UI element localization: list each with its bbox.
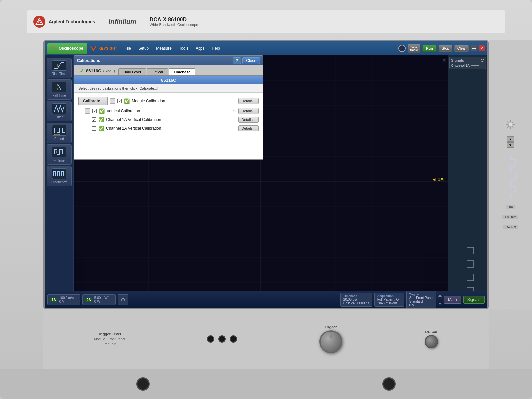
calibrate-row: Calibrate... <box>78 97 108 105</box>
model-subtitle: Wide-Bandwidth Oscilloscope <box>150 23 198 27</box>
ch1a-checkbox[interactable] <box>92 117 96 122</box>
module-details-button[interactable]: Details... <box>238 98 259 104</box>
module-status-icon: ✓ <box>80 68 84 74</box>
dialog-titlebar: Calibrations ? Close <box>74 56 263 65</box>
period-label: Period <box>54 137 64 141</box>
channel-line-indicator <box>471 65 479 66</box>
brightness-icon <box>505 120 515 131</box>
connector-port-3 <box>230 335 237 343</box>
brand-logo: Agilent Technologies <box>33 16 95 28</box>
vertical-details-button[interactable]: Details... <box>238 108 259 114</box>
stop-button[interactable]: Stop <box>439 45 452 52</box>
menu-right-controls: AutoScale Run Stop Clear — ✕ <box>398 44 485 53</box>
vertical-checkbox[interactable] <box>92 109 97 113</box>
dialog-title-buttons: ? Close <box>233 57 260 64</box>
run-button[interactable]: Run <box>422 45 437 52</box>
up-arrow-button[interactable]: ▲ <box>507 136 514 142</box>
auto-scale-button[interactable]: AutoScale <box>408 44 420 53</box>
model-number: DCA-X 86100D <box>150 17 198 23</box>
sidebar-item-jitter[interactable]: Jitter <box>47 101 72 121</box>
connector-port-2 <box>218 335 226 343</box>
side-waveform-svg <box>500 153 520 200</box>
dialog-close-button[interactable]: Close <box>242 57 260 64</box>
connector-ports <box>207 335 237 343</box>
ch2a-checkbox[interactable] <box>92 126 96 131</box>
free-run-label: Free Run <box>103 342 117 346</box>
jitter-icon <box>52 103 66 114</box>
tab-dark-level[interactable]: Dark Level <box>118 68 146 75</box>
clear-button[interactable]: Clear <box>454 45 469 52</box>
signals-title: Signals <box>451 58 464 62</box>
sidebar-item-period[interactable]: Period <box>47 123 72 143</box>
dc-cal-control: DC Cal <box>425 330 438 348</box>
module-checkbox[interactable] <box>117 99 122 103</box>
screen-area: 〜 Oscilloscope KEYSIGHT File Setup Measu… <box>43 40 489 309</box>
frequency-icon <box>52 168 66 179</box>
svg-line-38 <box>512 122 513 123</box>
ch1a-status-check: ✅ <box>98 117 104 122</box>
cal-row-ch2a: ✅ Channel 2A Vertical Calibration Detail… <box>92 124 259 133</box>
connector-port-1 <box>207 335 214 343</box>
dc-cal-label: DC Cal <box>425 330 437 334</box>
tab-timebase[interactable]: Timebase <box>169 68 196 75</box>
dialog-instruction: Select desired calibrations then click [… <box>74 84 263 93</box>
rise-time-icon <box>52 60 66 71</box>
oscilloscope-tab[interactable]: 〜 Oscilloscope <box>47 43 87 54</box>
menu-tools[interactable]: Tools <box>176 45 192 52</box>
ch2a-details-button[interactable]: Details... <box>238 125 259 131</box>
expand-icon[interactable] <box>480 58 484 62</box>
hw-readout-1: 50Ω <box>506 205 515 209</box>
ch1a-mv: 100.0 mV/ <box>59 296 74 300</box>
dialog-content: 86116C Select desired calibrations then … <box>74 76 263 159</box>
svg-point-31 <box>508 123 512 127</box>
right-hw-panel: ▲ ▼ 50Ω 1.85 mm 0.57 Nm <box>489 40 532 309</box>
trigger-knob[interactable] <box>319 330 342 353</box>
top-header: Agilent Technologies infiniium DCA-X 861… <box>27 10 505 33</box>
menu-measure[interactable]: Measure <box>153 45 175 52</box>
menu-help[interactable]: Help <box>208 45 223 52</box>
tab-optical[interactable]: Optical <box>147 68 168 75</box>
menu-file[interactable]: File <box>121 45 134 52</box>
dialog-help-button[interactable]: ? <box>233 57 241 64</box>
ch1a-v: 0 V <box>59 300 74 303</box>
signals-box: Signals Channel 1A <box>449 57 486 69</box>
trigger-level-sub: Module Front Panel <box>94 337 125 341</box>
dialog-header-text: 86116C <box>161 78 176 83</box>
side-signal-display <box>499 153 522 200</box>
calibrations-dialog-overlay: Calibrations ? Close ✓ 86116C <box>74 55 448 308</box>
sidebar-item-rise-time[interactable]: Rise Time <box>47 58 72 78</box>
module-status-check: ✅ <box>124 98 130 104</box>
vertical-position-control: ▲ ▼ <box>507 136 514 148</box>
sidebar-item-frequency[interactable]: Frequency <box>47 166 72 186</box>
main-content: Rise Time Fall Time <box>45 55 487 308</box>
jitter-label: Jitter <box>56 115 63 119</box>
agilent-icon <box>33 16 45 28</box>
sidebar-item-fall-time[interactable]: Fall Time <box>47 79 72 100</box>
dc-cal-knob[interactable] <box>425 335 438 348</box>
model-info: DCA-X 86100D Wide-Bandwidth Oscilloscope <box>150 17 198 27</box>
vertical-cal-name: Vertical Calibration <box>107 109 230 113</box>
close-window-button[interactable]: ✕ <box>479 45 485 51</box>
trigger-label: Trigger <box>325 325 337 329</box>
brand-text: Agilent Technologies <box>49 19 95 24</box>
right-signals-panel: Signals Channel 1A <box>448 55 487 308</box>
period-icon <box>52 125 66 136</box>
module-info: ✓ 86116C (Slot 1) <box>77 66 118 75</box>
menu-setup[interactable]: Setup <box>135 45 152 52</box>
svg-line-37 <box>512 126 513 128</box>
dialog-tabs-area: ✓ 86116C (Slot 1) Dark Level Optical Tim… <box>74 65 263 76</box>
ch2a-cal-name: Channel 2A Vertical Calibration <box>106 126 236 131</box>
sidebar-item-delta-time[interactable]: △ Time <box>47 144 72 165</box>
menu-apps[interactable]: Apps <box>192 45 208 52</box>
collapse-vertical-btn[interactable]: − <box>85 108 90 114</box>
cal-row-vertical: − ✅ Vertical Calibration ↖ Details... <box>85 107 259 115</box>
cal-row-module: Calibrate... − ✅ Module Calibration Deta… <box>78 95 259 107</box>
ch1a-details-button[interactable]: Details... <box>238 117 259 123</box>
ch1a-cal-name: Channel 1A Vertical Calibration <box>106 117 236 122</box>
down-arrow-button[interactable]: ▼ <box>507 142 514 148</box>
collapse-module-btn[interactable]: − <box>110 98 115 104</box>
calibrate-button[interactable]: Calibrate... <box>78 97 108 105</box>
fall-time-label: Fall Time <box>52 94 66 97</box>
signals-button[interactable]: Signals <box>463 296 485 304</box>
minimize-button[interactable]: — <box>471 45 477 51</box>
